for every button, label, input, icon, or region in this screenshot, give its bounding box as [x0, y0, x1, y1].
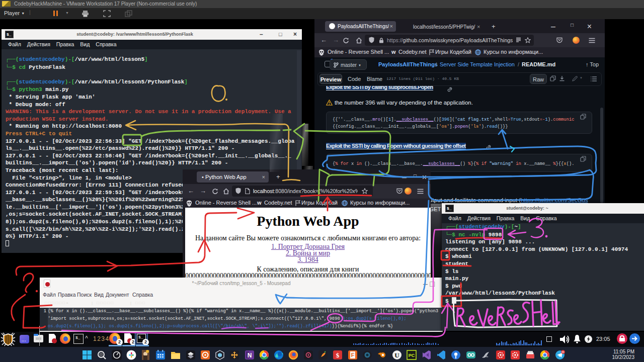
svg-text:F: F — [351, 352, 355, 358]
svg-text:84: 84 — [561, 351, 565, 353]
svg-text:$: $ — [336, 351, 340, 359]
svg-text:U: U — [394, 351, 399, 359]
svg-text:N: N — [248, 352, 252, 359]
svg-text:PC: PC — [409, 353, 415, 358]
